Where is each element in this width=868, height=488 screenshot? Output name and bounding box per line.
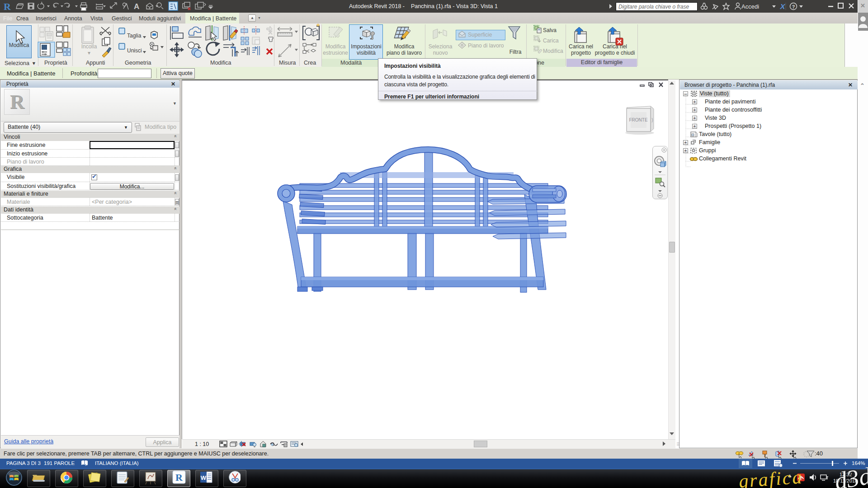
svg-text:): ): [651, 117, 653, 122]
svg-text:✗: ✗: [85, 463, 88, 467]
svg-text:Accedi: Accedi: [741, 3, 759, 10]
svg-text:FRONTE: FRONTE: [629, 117, 647, 122]
svg-text:X: X: [779, 2, 786, 10]
svg-text:W: W: [201, 474, 207, 481]
svg-text:R: R: [4, 1, 11, 12]
svg-text:A: A: [134, 2, 139, 11]
svg-text:R: R: [175, 472, 183, 483]
svg-text:?: ?: [792, 4, 795, 9]
